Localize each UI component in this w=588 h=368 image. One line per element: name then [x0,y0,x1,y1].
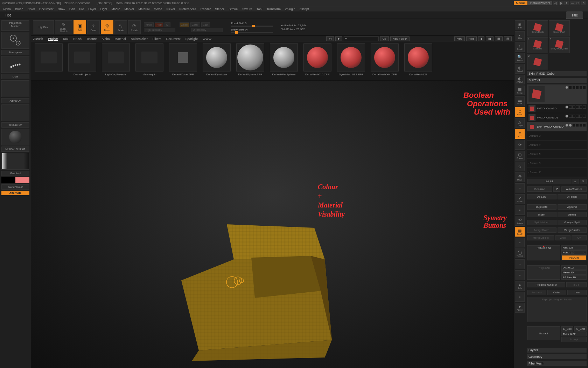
menu-macro[interactable]: Macro [111,7,120,11]
menus-button[interactable]: Menus [514,1,527,5]
dist-value[interactable]: Dist 0.02 [561,265,587,270]
polygrp-button[interactable]: PolyGrp [561,255,587,260]
rotate-button[interactable]: ⟳Rotate [128,20,141,34]
menu-stencil[interactable]: Stencil [215,7,224,11]
search-input[interactable] [344,36,379,41]
accept-button[interactable]: Accept [561,337,587,342]
tab-fibers[interactable]: Fibers [153,37,161,41]
rtool-persp[interactable]: ▦Persp [515,86,525,95]
rtool-polyf[interactable]: ▦PolyF [515,227,525,237]
menu-texture[interactable]: Texture [242,7,252,11]
menu-picker[interactable]: Picker [166,7,175,11]
append-button[interactable]: Append [558,204,587,210]
menu-color[interactable]: Color [28,7,35,11]
remesh-all-button[interactable]: ReMesh All✦ [527,245,560,260]
quick-sketch-button[interactable]: ✎Quick Sketch [55,20,72,34]
subtool-item[interactable]: PM3D_Cube3D1 [527,113,587,122]
delete-button[interactable]: Delete [558,212,587,217]
tab-project[interactable]: Project [48,37,58,41]
menu-material[interactable]: Material [138,7,149,11]
weld-button[interactable]: Weld [555,235,570,240]
rtool-btn-11[interactable]: ⟳ [515,140,525,150]
rgb-intensity[interactable]: Rgb Intensity [144,28,175,32]
minimize-icon[interactable]: — [570,1,575,5]
tab-www[interactable]: WWW [203,37,211,41]
subtool-unused[interactable]: Unused 7 [527,168,587,177]
new-folder-button[interactable]: New Folder [390,36,410,41]
menu-render[interactable]: Render [201,7,211,11]
esmt-button[interactable]: E_Smt [561,326,574,332]
nav-back-icon[interactable]: ◂◂ [326,36,334,41]
tab-alpha[interactable]: Alpha [102,37,110,41]
browser-item[interactable]: DynaMesh032.ZPR [335,43,367,79]
ssmt-button[interactable]: S_Smt [574,326,587,332]
tab-zbrush[interactable]: ZBrush [33,37,43,41]
pablur-value[interactable]: PA Blur 10 [561,275,587,280]
groups-split-button[interactable]: Groups Split [558,220,587,225]
subtool-active-thumb[interactable] [527,84,587,104]
draw-size-label[interactable]: Draw Size 64 [231,28,273,31]
rtool-spix[interactable]: •SPix [515,31,525,41]
go-button[interactable]: Go [380,36,389,41]
subtool-unused[interactable]: Unused 3 [527,131,587,141]
rtool-xyz[interactable]: ✦XYZ [515,129,525,139]
browser-item[interactable]: DynaMesh016.ZPR [302,43,333,79]
menu-file[interactable]: File [79,7,84,11]
rgb-chip[interactable]: Rgb [155,22,163,27]
grid-view-4-icon[interactable]: ▤ [504,36,512,41]
new-button[interactable]: New [454,36,465,41]
grid-view-1-icon[interactable]: ▮ [478,36,484,41]
tab-tool[interactable]: Tool [63,37,69,41]
browser-item[interactable]: .. [33,43,64,79]
collapse-left-icon[interactable]: ◂‖ [553,1,558,5]
reproject-button[interactable]: Reproject Higher Subdiv [527,297,587,322]
rtool-zoom[interactable]: 🔍Zoom [515,53,525,63]
z-intensity[interactable]: Z Intensity [191,28,223,32]
rtool-local[interactable]: ⊙Local [515,107,525,117]
hide-button[interactable]: Hide [466,36,477,41]
rtool-xpose[interactable]: ▼Xpose [515,303,525,313]
lightbox-button[interactable]: LightBox [33,20,54,34]
tool-thumb[interactable]: EraserBrush [549,20,570,36]
rtool-aahalf[interactable]: ◐AAHalf [515,75,525,84]
tab-spotlight[interactable]: Spotlight [186,37,198,41]
rtool-bpr[interactable]: ◉BPR [515,20,525,30]
menu-preferences[interactable]: Preferences [179,7,196,11]
tool-thumb[interactable]: SimpleBrush [527,20,548,36]
maximize-icon[interactable]: ▢ [575,1,580,5]
mergevisible-button[interactable]: MergeVisible [527,235,554,240]
browser-item[interactable]: DefaultDynaWax [201,43,232,79]
arrow-down-icon[interactable]: ▼ [580,179,587,184]
duplicate-button[interactable]: Duplicate [527,204,556,210]
zcut-chip[interactable]: Zcut [201,22,210,27]
color-swatches[interactable] [1,177,29,183]
menu-movie[interactable]: Movie [154,7,162,11]
alternate-button[interactable]: Alternate [1,191,29,195]
transpose-brush[interactable] [1,32,29,49]
rtool-transp[interactable]: ◯Transp [515,248,525,258]
rtool-frame[interactable]: ▢Frame [515,151,525,161]
rtool-btn-25[interactable]: ▫ [515,292,525,302]
texture-slot[interactable] [1,104,29,121]
canvas-viewport[interactable]: Boolean Operations Used with Colour + Ma… [31,81,514,368]
collapse-bottom-icon[interactable]: ▾ [564,1,569,5]
browser-item[interactable]: DefaultWaxSphere [268,43,300,79]
menu-stroke[interactable]: Stroke [229,7,238,11]
menu-marker[interactable]: Marker [124,7,134,11]
focal-shift-label[interactable]: Focal Shift 0 [231,22,273,25]
browser-item[interactable]: DemoProjects [66,43,98,79]
draw-button[interactable]: ✧Draw [87,20,100,34]
move-up-icon[interactable]: ↱ [553,186,560,192]
tab-document[interactable]: Document [166,37,181,41]
draw-size-slider[interactable] [231,32,273,33]
mrgb-chip[interactable]: Mrgb [144,22,154,27]
mean-value[interactable]: Mean 25 [561,270,587,275]
geometry-header[interactable]: Geometry [527,354,587,359]
defaultscript-button[interactable]: DefaultZScript [528,1,552,5]
projection-master-button[interactable]: Projection Master [1,20,29,31]
all-high-button[interactable]: All High [558,194,587,199]
browser-item[interactable]: DynaMesh064.ZPR [369,43,400,79]
rtool-solo[interactable]: ●Solo [515,281,525,291]
proj-xyz[interactable]: x y z [566,282,587,287]
collapse-right-icon[interactable]: ‖▸ [559,1,564,5]
